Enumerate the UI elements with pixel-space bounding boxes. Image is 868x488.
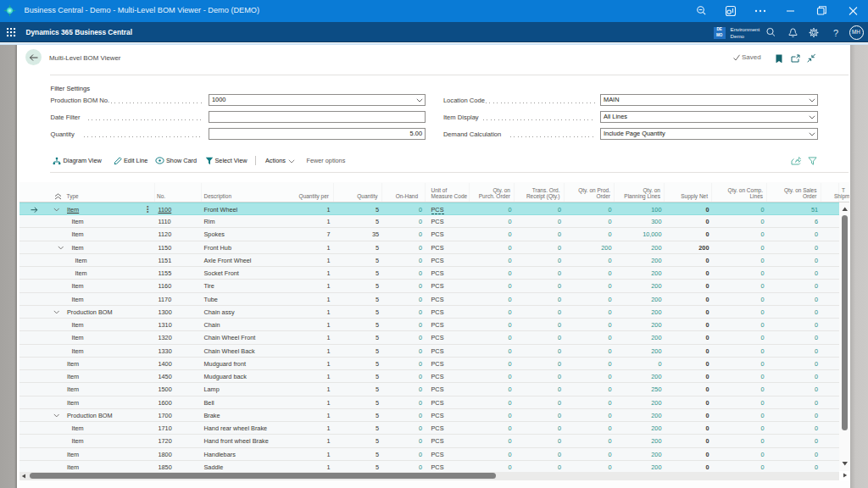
svg-text:?: ? <box>833 28 838 38</box>
